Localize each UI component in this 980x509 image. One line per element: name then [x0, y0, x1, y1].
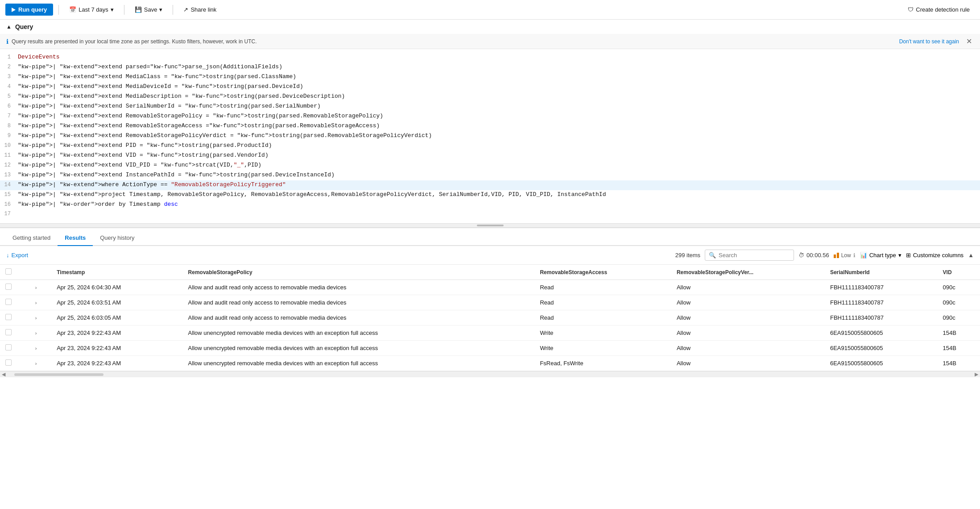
last-days-button[interactable]: 📅 Last 7 days ▾	[64, 4, 119, 15]
table-cell-3-0[interactable]	[0, 325, 30, 341]
column-header-7[interactable]: VID	[938, 265, 980, 280]
toolbar-separator-1	[58, 5, 59, 15]
code-line-1: 1DeviceEvents	[0, 53, 980, 63]
editor-scroll-divider[interactable]	[0, 223, 980, 228]
line-content: "kw-pipe">| "kw-extend">extend VID_PID =…	[18, 161, 980, 170]
code-line-13: 13"kw-pipe">| "kw-extend">extend Instanc…	[0, 171, 980, 180]
line-content: "kw-pipe">| "kw-extend">extend Removable…	[18, 131, 980, 140]
line-number: 2	[0, 63, 18, 71]
table-cell-0-1[interactable]: ›	[30, 280, 52, 295]
code-line-15: 15"kw-pipe">| "kw-extend">project Timest…	[0, 190, 980, 200]
last-days-label: Last 7 days	[79, 6, 108, 13]
column-header-5[interactable]: RemovableStoragePolicyVer...	[671, 265, 825, 280]
table-cell-3-4: Write	[534, 325, 671, 341]
table-cell-5-1[interactable]: ›	[30, 356, 52, 371]
code-editor[interactable]: 1DeviceEvents2"kw-pipe">| "kw-extend">ex…	[0, 49, 980, 223]
close-banner-button[interactable]: ✕	[964, 37, 974, 46]
query-header[interactable]: ▲ Query	[0, 20, 980, 34]
save-icon: 💾	[135, 6, 142, 13]
row-checkbox[interactable]	[5, 299, 12, 305]
line-number: 17	[0, 210, 18, 218]
tab-results[interactable]: Results	[58, 231, 93, 246]
line-content: "kw-pipe">| "kw-extend">extend MediaDevi…	[18, 82, 980, 91]
table-cell-5-0[interactable]	[0, 356, 30, 371]
scroll-right-arrow[interactable]: ▶	[975, 371, 978, 377]
timer-icon: ⏱	[798, 252, 804, 259]
line-number: 3	[0, 73, 18, 81]
table-cell-2-4: Read	[534, 310, 671, 325]
chart-type-label: Chart type	[869, 252, 896, 259]
column-header-6[interactable]: SerialNumberId	[825, 265, 938, 280]
results-count: 299 items	[675, 252, 700, 259]
timer-value: 00:00.56	[806, 252, 829, 259]
expand-row-button[interactable]: ›	[35, 285, 37, 290]
table-cell-0-6: FBH1111183400787	[825, 280, 938, 295]
column-header-1[interactable]	[30, 265, 52, 280]
horizontal-scrollbar[interactable]: ◀ ▶	[0, 371, 980, 377]
table-cell-2-1[interactable]: ›	[30, 310, 52, 325]
table-row: ›Apr 23, 2024 9:22:43 AMAllow unencrypte…	[0, 325, 980, 341]
column-header-4[interactable]: RemovableStorageAccess	[534, 265, 671, 280]
toolbar-separator-2	[124, 5, 124, 15]
save-button[interactable]: 💾 Save ▾	[130, 4, 168, 15]
chevron-down-icon: ▾	[111, 6, 114, 13]
expand-row-button[interactable]: ›	[35, 361, 37, 366]
table-cell-3-2: Apr 23, 2024 9:22:43 AM	[51, 325, 182, 341]
column-header-2[interactable]: Timestamp	[51, 265, 182, 280]
table-cell-1-1[interactable]: ›	[30, 295, 52, 310]
column-header-3[interactable]: RemovableStoragePolicy	[183, 265, 535, 280]
share-link-button[interactable]: ↗ Share link	[178, 4, 221, 15]
table-cell-4-1[interactable]: ›	[30, 341, 52, 356]
table-cell-2-0[interactable]	[0, 310, 30, 325]
row-checkbox[interactable]	[5, 329, 12, 335]
search-input[interactable]	[719, 252, 781, 259]
row-checkbox[interactable]	[5, 344, 12, 350]
chart-type-button[interactable]: 📊 Chart type ▾	[860, 252, 901, 259]
table-cell-4-0[interactable]	[0, 341, 30, 356]
column-header-0[interactable]	[0, 265, 30, 280]
run-query-label: Run query	[18, 6, 47, 13]
row-checkbox[interactable]	[5, 284, 12, 290]
table-cell-3-1[interactable]: ›	[30, 325, 52, 341]
customize-label: Customize columns	[913, 252, 963, 259]
info-banner-content: ℹ Query results are presented in your lo…	[6, 38, 257, 45]
chart-chevron-icon: ▾	[898, 252, 901, 259]
row-checkbox[interactable]	[5, 359, 12, 366]
expand-row-button[interactable]: ›	[35, 330, 37, 336]
expand-row-button[interactable]: ›	[35, 346, 37, 351]
expand-row-button[interactable]: ›	[35, 300, 37, 305]
table-cell-1-0[interactable]	[0, 295, 30, 310]
expand-row-button[interactable]: ›	[35, 315, 37, 321]
select-all-checkbox[interactable]	[5, 268, 12, 275]
table-cell-0-0[interactable]	[0, 280, 30, 295]
run-query-button[interactable]: Run query	[5, 4, 53, 16]
dont-show-link[interactable]: Don't want to see it again	[899, 38, 959, 45]
tab-query-history[interactable]: Query history	[93, 231, 141, 246]
scrollbar-thumb[interactable]	[14, 373, 103, 376]
search-box[interactable]: 🔍	[705, 250, 794, 261]
code-line-2: 2"kw-pipe">| "kw-extend">extend parsed="…	[0, 63, 980, 72]
row-checkbox[interactable]	[5, 314, 12, 320]
low-info-icon: ℹ	[853, 252, 856, 259]
customize-columns-button[interactable]: ⊞ Customize columns	[906, 252, 963, 259]
table-cell-5-4: FsRead, FsWrite	[534, 356, 671, 371]
calendar-icon: 📅	[69, 6, 76, 13]
line-content: "kw-pipe">| "kw-extend">where ActionType…	[18, 180, 980, 189]
create-detection-label: Create detection rule	[916, 6, 970, 13]
code-line-8: 8"kw-pipe">| "kw-extend">extend Removabl…	[0, 121, 980, 131]
tab-getting-started[interactable]: Getting started	[5, 231, 58, 246]
table-cell-1-4: Read	[534, 295, 671, 310]
export-button[interactable]: ↓ Export	[6, 252, 28, 259]
line-content: "kw-pipe">| "kw-extend">extend MediaDesc…	[18, 92, 980, 101]
main-toolbar: Run query 📅 Last 7 days ▾ 💾 Save ▾ ↗ Sha…	[0, 0, 980, 20]
table-cell-0-3: Allow and audit read only access to remo…	[183, 280, 535, 295]
code-line-3: 3"kw-pipe">| "kw-extend">extend MediaCla…	[0, 72, 980, 82]
create-detection-button[interactable]: 🛡 Create detection rule	[903, 4, 975, 15]
table-cell-0-4: Read	[534, 280, 671, 295]
info-banner: ℹ Query results are presented in your lo…	[0, 34, 980, 49]
scroll-left-arrow[interactable]: ◀	[2, 371, 5, 377]
table-cell-0-2: Apr 25, 2024 6:04:30 AM	[51, 280, 182, 295]
table-cell-2-2: Apr 25, 2024 6:03:05 AM	[51, 310, 182, 325]
code-line-10: 10"kw-pipe">| "kw-extend">extend PID = "…	[0, 141, 980, 151]
code-line-6: 6"kw-pipe">| "kw-extend">extend SerialNu…	[0, 102, 980, 112]
